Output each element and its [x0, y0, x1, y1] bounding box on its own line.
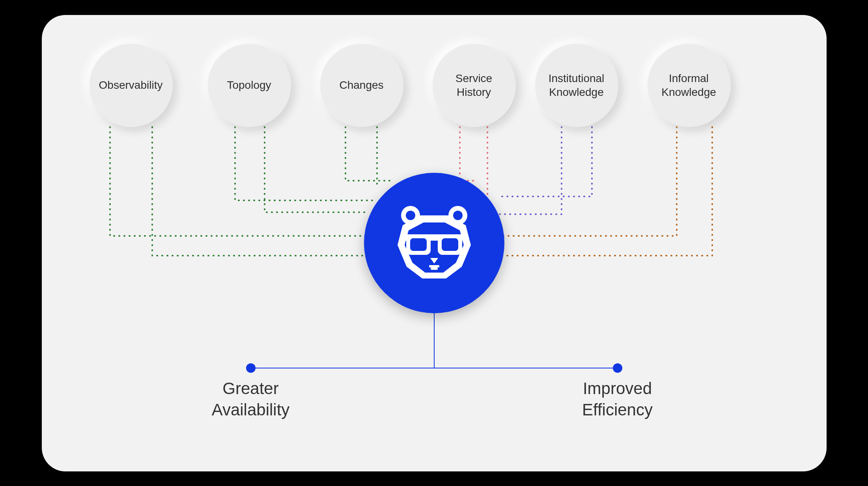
input-label: Changes: [339, 78, 383, 92]
input-label: Observability: [99, 78, 163, 92]
input-node-service-history: ServiceHistory: [432, 43, 516, 127]
input-label: Topology: [227, 78, 271, 92]
input-node-changes: Changes: [320, 43, 403, 127]
svg-point-4: [406, 211, 415, 220]
output-label-text: ImprovedEfficiency: [582, 379, 653, 419]
bear-glasses-icon: [393, 204, 476, 282]
output-greater-availability: GreaterAvailability: [180, 378, 322, 421]
output-row: GreaterAvailability ImprovedEfficiency: [42, 378, 827, 457]
svg-point-5: [453, 211, 463, 220]
output-endpoint-dot: [246, 363, 256, 373]
central-logo-node: [364, 173, 504, 313]
svg-rect-10: [442, 238, 458, 251]
svg-rect-9: [410, 238, 427, 251]
input-node-topology: Topology: [207, 43, 291, 127]
svg-rect-11: [429, 265, 439, 267]
output-label-text: GreaterAvailability: [212, 379, 290, 419]
diagram-card: Observability Topology Changes ServiceHi…: [42, 15, 827, 471]
input-label: ServiceHistory: [455, 71, 492, 99]
input-node-institutional-knowledge: InstitutionalKnowledge: [535, 43, 618, 127]
input-node-informal-knowledge: InformalKnowledge: [647, 43, 731, 127]
output-improved-efficiency: ImprovedEfficiency: [547, 378, 689, 421]
input-nodes-row: Observability Topology Changes ServiceHi…: [42, 43, 827, 130]
input-label: InformalKnowledge: [661, 71, 716, 99]
input-node-observability: Observability: [89, 43, 173, 127]
output-endpoint-dot: [613, 363, 622, 373]
svg-rect-12: [431, 267, 438, 270]
input-label: InstitutionalKnowledge: [549, 71, 605, 99]
